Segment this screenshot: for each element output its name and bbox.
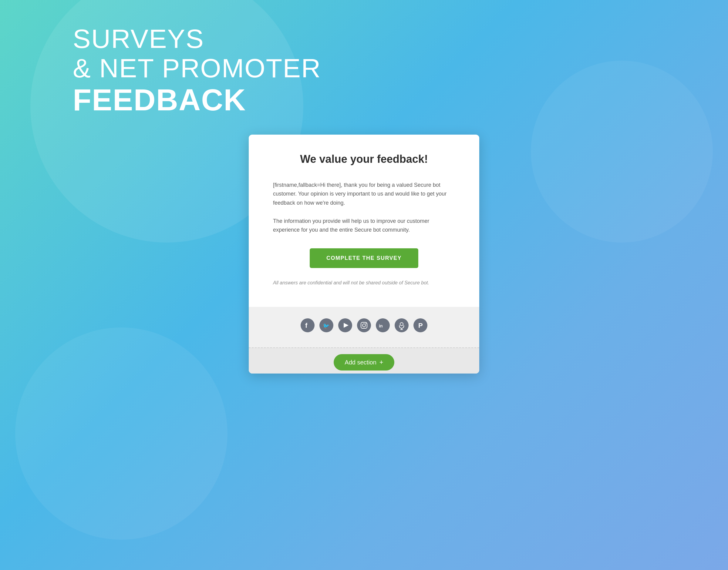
social-icons-row: f 🐦 [261, 318, 467, 332]
header-line1: SURVEYS [73, 24, 655, 54]
email-footer: f 🐦 [249, 307, 479, 347]
complete-survey-button[interactable]: COMPLETE THE SURVEY [310, 248, 418, 268]
svg-point-9 [366, 323, 367, 324]
header-line2: & NET PROMOTER [73, 54, 655, 83]
svg-point-6 [357, 318, 371, 332]
email-card: We value your feedback! [firstname,fallb… [249, 134, 479, 373]
cta-wrapper: COMPLETE THE SURVEY [273, 248, 455, 268]
add-section-area: Add section + [249, 347, 479, 373]
add-section-button[interactable]: Add section + [334, 354, 394, 370]
email-paragraph-2: The information you provide will help us… [273, 217, 455, 235]
svg-text:f: f [305, 322, 307, 329]
linkedin-icon[interactable]: in [376, 318, 390, 332]
svg-text:🐦: 🐦 [323, 323, 330, 329]
email-heading: We value your feedback! [273, 153, 455, 166]
youtube-icon[interactable] [338, 318, 352, 332]
add-section-plus-icon: + [380, 358, 384, 366]
instagram-icon[interactable] [357, 318, 371, 332]
add-section-label: Add section [344, 359, 377, 366]
podcast-icon[interactable] [395, 318, 409, 332]
header-line3: FEEDBACK [73, 83, 655, 116]
svg-point-0 [301, 318, 314, 332]
svg-text:P: P [418, 322, 423, 329]
svg-point-10 [376, 318, 390, 332]
email-body: We value your feedback! [firstname,fallb… [249, 134, 479, 307]
email-paragraph-1: [firstname,fallback=Hi there], thank you… [273, 181, 455, 208]
page-header: SURVEYS & NET PROMOTER FEEDBACK [73, 24, 655, 116]
disclaimer-text: All answers are confidential and will no… [273, 280, 455, 286]
pinterest-icon[interactable]: P [414, 318, 427, 332]
svg-text:in: in [379, 323, 383, 328]
twitter-icon[interactable]: 🐦 [319, 318, 333, 332]
facebook-icon[interactable]: f [301, 318, 314, 332]
